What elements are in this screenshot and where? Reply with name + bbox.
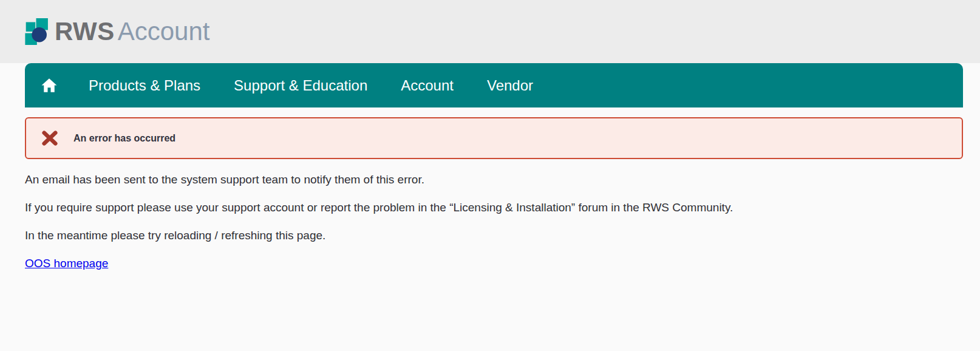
nav-item-support-education[interactable]: Support & Education xyxy=(234,77,367,94)
oos-homepage-link[interactable]: OOS homepage xyxy=(25,257,108,270)
main-content: An error has occurred An email has been … xyxy=(0,107,980,270)
main-nav: Products & Plans Support & Education Acc… xyxy=(25,63,963,107)
home-icon xyxy=(40,77,58,95)
rws-logo-icon xyxy=(24,18,48,45)
nav-home-button[interactable] xyxy=(40,77,58,95)
error-alert-title: An error has occurred xyxy=(73,133,175,144)
error-description: An email has been sent to the system sup… xyxy=(25,173,963,242)
error-x-icon xyxy=(41,130,59,146)
nav-item-products-plans[interactable]: Products & Plans xyxy=(89,77,200,94)
error-paragraph-email-sent: An email has been sent to the system sup… xyxy=(25,173,963,186)
nav-item-vendor[interactable]: Vendor xyxy=(487,77,533,94)
brand-name-light: Account xyxy=(118,19,210,44)
rws-account-logo[interactable]: RWS Account xyxy=(24,18,210,45)
error-paragraph-support-info: If you require support please use your s… xyxy=(25,201,963,214)
brand-name-bold: RWS xyxy=(55,19,115,44)
nav-item-account[interactable]: Account xyxy=(401,77,454,94)
error-alert: An error has occurred xyxy=(25,117,963,159)
app-header: RWS Account xyxy=(0,0,980,63)
error-paragraph-reload-hint: In the meantime please try reloading / r… xyxy=(25,229,963,242)
